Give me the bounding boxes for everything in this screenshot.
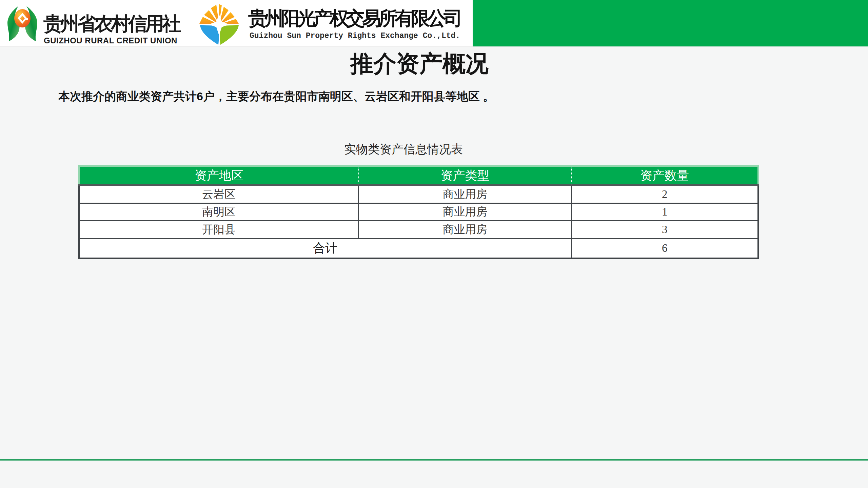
table-row: 开阳县 商业用房 3 xyxy=(79,221,758,239)
header-green-bar xyxy=(473,0,868,46)
cell-region: 开阳县 xyxy=(79,221,359,239)
page-title: 推介资产概况 xyxy=(0,50,839,77)
table-row: 云岩区 商业用房 2 xyxy=(79,185,758,203)
header-strip: 贵州省农村信用社 GUIZHOU RURAL CREDIT UNION xyxy=(0,0,868,47)
credit-union-logo-icon xyxy=(5,5,40,43)
table-total-row: 合计 6 xyxy=(79,239,758,259)
cell-type: 商业用房 xyxy=(359,203,571,221)
cell-quantity: 3 xyxy=(571,221,758,239)
intro-text: 本次推介的商业类资产共计6户，主要分布在贵阳市南明区、云岩区和开阳县等地区 。 xyxy=(58,89,494,104)
credit-union-name-cn: 贵州省农村信用社 xyxy=(43,14,179,33)
asset-table: 资产地区 资产类型 资产数量 云岩区 商业用房 2 南明区 商业用房 1 开阳县… xyxy=(78,165,759,259)
total-label: 合计 xyxy=(79,239,572,259)
table-row: 南明区 商业用房 1 xyxy=(79,203,758,221)
cell-type: 商业用房 xyxy=(359,221,571,239)
sun-exchange-logo-icon xyxy=(195,3,243,47)
cell-type: 商业用房 xyxy=(359,185,571,203)
credit-union-name-en: GUIZHOU RURAL CREDIT UNION xyxy=(44,37,177,45)
col-header-type: 资产类型 xyxy=(359,166,571,185)
cell-region: 云岩区 xyxy=(79,185,359,203)
table-header-row: 资产地区 资产类型 资产数量 xyxy=(79,166,758,185)
exchange-name-en: Guizhou Sun Property Rights Exchange Co.… xyxy=(250,32,460,40)
table-caption: 实物类资产信息情况表 xyxy=(0,142,807,157)
col-header-region: 资产地区 xyxy=(79,166,359,185)
footer-divider-line xyxy=(0,459,868,461)
cell-quantity: 2 xyxy=(571,185,758,203)
exchange-name-cn: 贵州阳光产权交易所有限公司 xyxy=(248,9,460,28)
col-header-quantity: 资产数量 xyxy=(571,166,758,185)
total-value: 6 xyxy=(571,239,758,259)
cell-region: 南明区 xyxy=(79,203,359,221)
cell-quantity: 1 xyxy=(571,203,758,221)
